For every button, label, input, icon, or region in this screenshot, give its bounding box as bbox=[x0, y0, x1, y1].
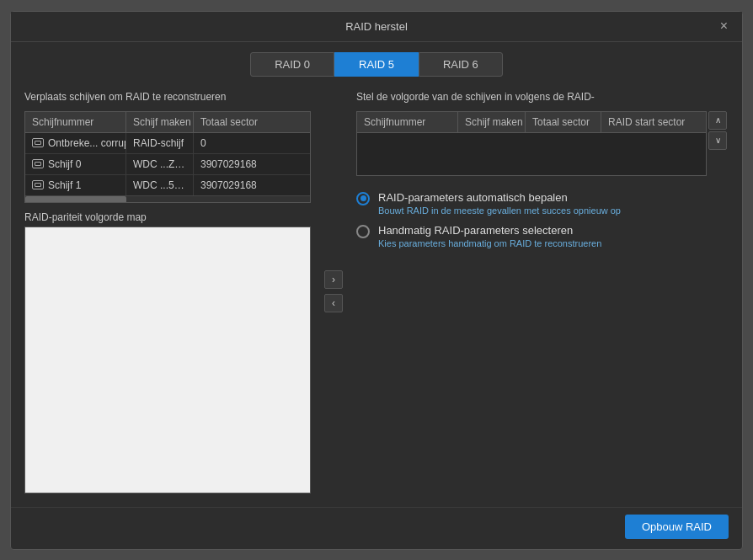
footer: Opbouw RAID bbox=[11, 507, 742, 549]
row0-make: RAID-schijf bbox=[126, 133, 194, 153]
right-table: Schijfnummer Schijf maken Totaal sector … bbox=[356, 111, 707, 176]
left-table: Schijfnummer Schijf maken Totaal sector … bbox=[24, 111, 311, 203]
tab-raid6[interactable]: RAID 6 bbox=[419, 52, 503, 77]
move-left-button[interactable]: ‹ bbox=[324, 294, 343, 312]
left-section-title: Verplaats schijven om RAID te reconstrue… bbox=[24, 90, 311, 103]
scrollbar-thumb[interactable] bbox=[25, 196, 126, 203]
right-table-header: Schijfnummer Schijf maken Totaal sector … bbox=[357, 112, 706, 133]
row2-make: WDC ...5R6) bbox=[126, 175, 194, 195]
radio-manual[interactable]: Handmatig RAID-parameters selecteren Kie… bbox=[356, 224, 729, 248]
move-up-button[interactable]: ∧ bbox=[708, 111, 727, 130]
left-table-body: Ontbreke... corrupt RAID-schijf 0 Schijf… bbox=[25, 133, 310, 195]
raid-map-area: RAID-pariteit volgorde map bbox=[24, 211, 311, 493]
radio-manual-sublabel: Kies parameters handmatig om RAID te rec… bbox=[378, 238, 601, 248]
row2-name: Schijf 1 bbox=[25, 175, 126, 195]
title-bar: RAID herstel × bbox=[11, 12, 742, 42]
disk-icon bbox=[32, 138, 44, 147]
left-col-total: Totaal sector bbox=[194, 112, 270, 132]
radio-auto-circle[interactable] bbox=[356, 192, 370, 205]
transfer-arrows: › ‹ bbox=[321, 90, 346, 493]
row0-name: Ontbreke... corrupt bbox=[25, 133, 126, 153]
left-col-make: Schijf maken bbox=[126, 112, 194, 132]
right-table-area: Schijfnummer Schijf maken Totaal sector … bbox=[356, 111, 729, 176]
move-down-button[interactable]: ∨ bbox=[708, 131, 727, 150]
right-col-raid: RAID start sector bbox=[601, 112, 686, 132]
right-panel: Stel de volgorde van de schijven in volg… bbox=[356, 90, 729, 493]
table-row[interactable]: Ontbreke... corrupt RAID-schijf 0 bbox=[25, 133, 310, 154]
radio-manual-label: Handmatig RAID-parameters selecteren bbox=[378, 224, 601, 237]
radio-section: RAID-parameters automatisch bepalen Bouw… bbox=[356, 191, 729, 248]
left-table-header: Schijfnummer Schijf maken Totaal sector bbox=[25, 112, 310, 133]
raid-map-box bbox=[24, 227, 311, 493]
right-col-schijf: Schijfnummer bbox=[357, 112, 458, 132]
radio-auto-label: RAID-parameters automatisch bepalen bbox=[378, 191, 621, 204]
radio-auto[interactable]: RAID-parameters automatisch bepalen Bouw… bbox=[356, 191, 729, 216]
radio-manual-circle[interactable] bbox=[356, 225, 370, 238]
disk-icon bbox=[32, 180, 44, 189]
tab-raid0[interactable]: RAID 0 bbox=[250, 52, 334, 77]
row1-total: 3907029168 bbox=[194, 154, 270, 174]
close-button[interactable]: × bbox=[716, 18, 732, 35]
window-title: RAID herstel bbox=[345, 20, 408, 33]
right-col-total: Totaal sector bbox=[526, 112, 601, 132]
left-col-schijf: Schijfnummer bbox=[25, 112, 126, 132]
table-row[interactable]: Schijf 1 WDC ...5R6) 3907029168 bbox=[25, 175, 310, 195]
radio-auto-sublabel: Bouwt RAID in de meeste gevallen met suc… bbox=[378, 205, 621, 216]
disk-icon bbox=[32, 159, 44, 168]
row2-total: 3907029168 bbox=[194, 175, 270, 195]
table-row[interactable]: Schijf 0 WDC ...ZT4) 3907029168 bbox=[25, 154, 310, 175]
raid-map-title: RAID-pariteit volgorde map bbox=[24, 211, 311, 223]
content-area: Verplaats schijven om RAID te reconstrue… bbox=[11, 83, 742, 507]
left-panel: Verplaats schijven om RAID te reconstrue… bbox=[24, 90, 311, 493]
row1-make: WDC ...ZT4) bbox=[126, 154, 194, 174]
tab-bar: RAID 0 RAID 5 RAID 6 bbox=[11, 42, 742, 83]
row0-total: 0 bbox=[194, 133, 270, 153]
horizontal-scrollbar[interactable] bbox=[25, 195, 310, 202]
order-arrows: ∧ ∨ bbox=[707, 111, 729, 176]
move-right-button[interactable]: › bbox=[324, 270, 343, 289]
main-window: RAID herstel × RAID 0 RAID 5 RAID 6 Verp… bbox=[10, 11, 743, 550]
build-raid-button[interactable]: Opbouw RAID bbox=[625, 515, 729, 539]
right-col-make: Schijf maken bbox=[458, 112, 526, 132]
right-table-body bbox=[357, 133, 706, 175]
tab-raid5[interactable]: RAID 5 bbox=[334, 52, 419, 77]
right-section-title: Stel de volgorde van de schijven in volg… bbox=[356, 90, 729, 103]
row1-name: Schijf 0 bbox=[25, 154, 126, 174]
